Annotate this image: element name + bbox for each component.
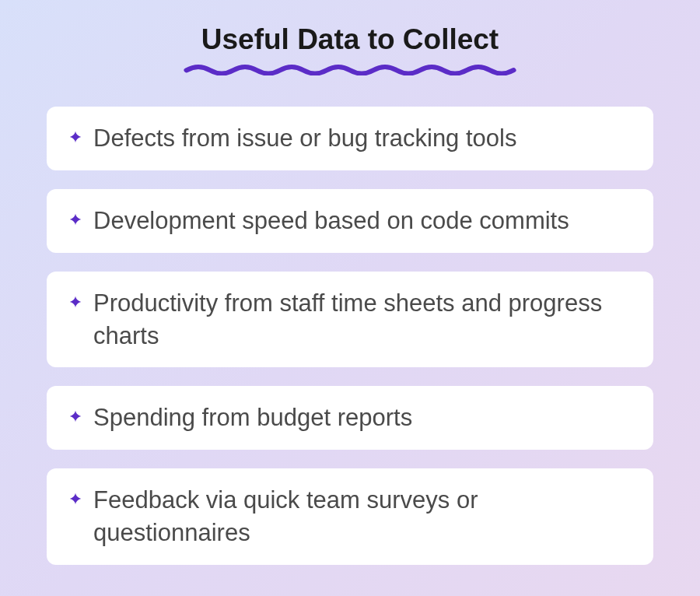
list-item: Defects from issue or bug tracking tools — [47, 107, 653, 170]
list-item-text: Feedback via quick team surveys or quest… — [93, 484, 635, 549]
data-list: Defects from issue or bug tracking tools… — [47, 107, 653, 565]
page-title: Useful Data to Collect — [201, 23, 499, 56]
star-bullet-icon — [68, 492, 82, 506]
star-bullet-icon — [68, 130, 82, 144]
wavy-underline-icon — [183, 62, 517, 75]
list-item-text: Development speed based on code commits — [93, 205, 569, 237]
star-bullet-icon — [68, 409, 82, 423]
list-item-text: Defects from issue or bug tracking tools — [93, 122, 516, 155]
star-bullet-icon — [68, 295, 82, 309]
star-bullet-icon — [68, 212, 82, 226]
list-item: Productivity from staff time sheets and … — [47, 272, 653, 368]
list-item: Spending from budget reports — [47, 386, 653, 450]
list-item: Development speed based on code commits — [47, 189, 653, 253]
list-item-text: Productivity from staff time sheets and … — [93, 287, 635, 352]
list-item: Feedback via quick team surveys or quest… — [47, 468, 653, 565]
list-item-text: Spending from budget reports — [93, 401, 412, 434]
